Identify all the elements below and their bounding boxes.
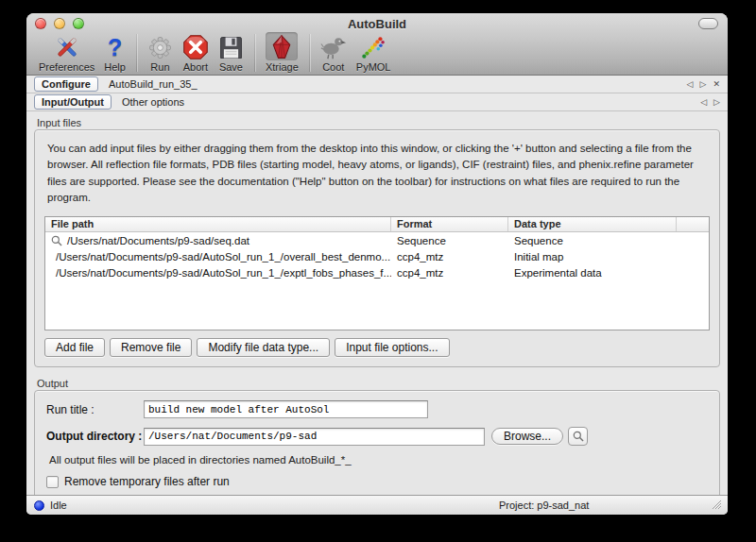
table-row[interactable]: /Users/nat/Documents/p9-sad/AutoSol_run_…	[45, 248, 709, 264]
toolbar-item-label: Help	[104, 61, 126, 73]
toolbar-separator	[309, 34, 310, 72]
window-title: AutoBuild	[26, 17, 728, 31]
output-directory-input[interactable]	[144, 428, 485, 446]
tab-autobuild-run[interactable]: AutoBuild_run_35_	[102, 77, 204, 91]
abort-icon	[182, 32, 209, 60]
file-path: /Users/nat/Documents/p9-sad/seq.dat	[67, 235, 249, 246]
sub-tab-bar: Input/Output Other options ◁ ▷	[26, 93, 728, 111]
preferences-button[interactable]: Preferences	[34, 32, 99, 73]
input-file-options-button[interactable]: Input file options...	[335, 338, 449, 357]
toolbar-separator	[254, 34, 255, 72]
status-bar: Idle Project: p9-sad_nat	[26, 495, 728, 515]
output-groupbox: Run title : Output directory : Browse...…	[34, 390, 720, 495]
title-bar[interactable]: AutoBuild	[26, 13, 728, 34]
save-icon	[218, 32, 244, 60]
main-tab-bar: Configure AutoBuild_run_35_ ◁ ▷ ✕	[26, 76, 728, 93]
resize-grip[interactable]	[710, 497, 722, 514]
autobuild-window: AutoBuild Preferences ? Help	[26, 13, 728, 515]
table-header: File path Format Data type	[45, 217, 709, 232]
file-path: /Users/nat/Documents/p9-sad/AutoSol_run_…	[56, 267, 391, 279]
file-data-type: Sequence	[508, 235, 677, 246]
toolbar: Preferences ? Help	[26, 34, 728, 75]
column-header-data-type[interactable]: Data type	[508, 217, 677, 231]
sub-tab-nav: ◁ ▷	[700, 97, 720, 107]
file-data-type: Initial map	[508, 251, 677, 263]
remove-file-button[interactable]: Remove file	[110, 338, 192, 357]
column-header-format[interactable]: Format	[391, 217, 508, 231]
main-tab-nav: ◁ ▷ ✕	[687, 79, 720, 89]
gear-icon	[147, 32, 173, 60]
toolbar-toggle-lozenge[interactable]	[698, 18, 718, 29]
output-directory-row: Output directory : Browse...	[46, 427, 708, 446]
toolbar-item-label: Abort	[183, 61, 208, 73]
file-format: ccp4_mtz	[391, 267, 508, 279]
file-format: ccp4_mtz	[391, 251, 508, 263]
coot-button[interactable]: Coot	[316, 32, 352, 73]
input-files-table[interactable]: File path Format Data type /Users/nat/Do…	[44, 216, 710, 330]
tab-back-icon[interactable]: ◁	[687, 79, 694, 89]
tab-close-icon[interactable]: ✕	[713, 79, 720, 89]
browse-button[interactable]: Browse...	[491, 428, 563, 445]
run-title-row: Run title :	[46, 400, 708, 418]
run-title-input[interactable]	[144, 400, 428, 418]
save-button[interactable]: Save	[214, 32, 249, 73]
toolbar-separator	[136, 34, 137, 72]
run-title-label: Run title :	[46, 403, 144, 416]
add-file-button[interactable]: Add file	[44, 338, 105, 357]
remove-temp-files-label: Remove temporary files after run	[64, 475, 230, 488]
run-button[interactable]: Run	[143, 32, 178, 73]
toolbar-item-label: Preferences	[39, 61, 94, 73]
tab-forward-icon[interactable]: ▷	[700, 79, 707, 89]
tab-input-output[interactable]: Input/Output	[34, 94, 112, 110]
input-files-instructions: You can add input files by either draggi…	[35, 130, 719, 214]
status-dot-icon	[34, 500, 44, 511]
magnifier-icon	[573, 431, 584, 442]
abort-button[interactable]: Abort	[178, 32, 214, 73]
output-directories-note: All output files will be placed in direc…	[49, 454, 708, 466]
table-row[interactable]: /Users/nat/Documents/p9-sad/AutoSol_run_…	[45, 264, 709, 280]
magnifier-icon[interactable]	[51, 235, 62, 246]
modify-file-data-type-button[interactable]: Modify file data type...	[197, 338, 330, 357]
tools-icon	[54, 32, 80, 60]
file-data-type: Experimental data	[508, 267, 677, 279]
toolbar-item-label: PyMOL	[356, 61, 391, 73]
directory-magnifier-button[interactable]	[568, 427, 588, 446]
input-files-group-label: Input files	[37, 117, 720, 128]
remove-temp-files-row: Remove temporary files after run	[46, 475, 708, 488]
tab-forward-icon[interactable]: ▷	[713, 97, 720, 107]
toolbar-item-label: Save	[219, 61, 243, 73]
question-icon: ?	[108, 32, 122, 60]
remove-temp-files-checkbox[interactable]	[46, 476, 59, 488]
xtriage-button[interactable]: Xtriage	[261, 32, 303, 73]
output-directory-label: Output directory :	[46, 430, 144, 443]
tab-configure[interactable]: Configure	[34, 76, 98, 92]
project-label: Project: p9-sad_nat	[499, 500, 589, 511]
tab-other-options[interactable]: Other options	[115, 95, 191, 109]
input-files-groupbox: You can add input files by either draggi…	[34, 129, 720, 367]
help-button[interactable]: ? Help	[99, 32, 130, 73]
table-row[interactable]: /Users/nat/Documents/p9-sad/seq.dat Sequ…	[45, 232, 709, 248]
xtriage-icon	[266, 32, 298, 60]
file-path: /Users/nat/Documents/p9-sad/AutoSol_run_…	[56, 251, 390, 263]
toolbar-item-label: Coot	[322, 61, 344, 73]
column-header-blank	[677, 217, 709, 231]
coot-bird-icon	[320, 32, 347, 60]
input-files-buttons: Add file Remove file Modify file data ty…	[35, 330, 719, 366]
configure-panel: Input files You can add input files by e…	[26, 111, 728, 495]
toolbar-item-label: Xtriage	[266, 61, 299, 73]
status-text: Idle	[50, 500, 67, 511]
output-group-label: Output	[37, 378, 720, 389]
column-header-file-path[interactable]: File path	[45, 217, 391, 231]
pymol-icon	[360, 32, 387, 60]
tab-back-icon[interactable]: ◁	[700, 97, 707, 107]
pymol-button[interactable]: PyMOL	[352, 32, 396, 73]
file-format: Sequence	[391, 235, 508, 246]
window-chrome: AutoBuild Preferences ? Help	[26, 13, 728, 76]
toolbar-item-label: Run	[150, 61, 169, 73]
